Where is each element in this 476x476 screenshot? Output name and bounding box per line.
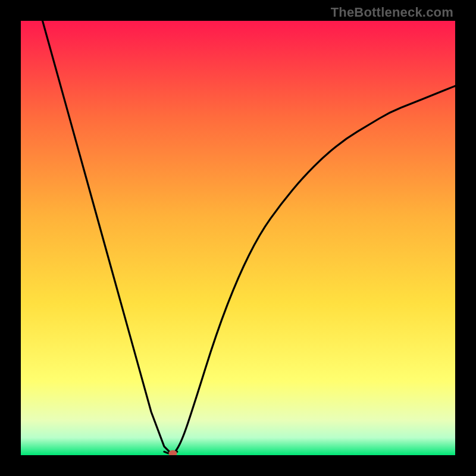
curve-right-segment	[173, 86, 456, 456]
plot-area	[21, 21, 455, 455]
attribution-text: TheBottleneck.com	[331, 5, 453, 20]
curve-left-segment	[43, 21, 173, 455]
chart-frame: TheBottleneck.com	[0, 0, 476, 476]
curve-layer	[21, 21, 455, 455]
